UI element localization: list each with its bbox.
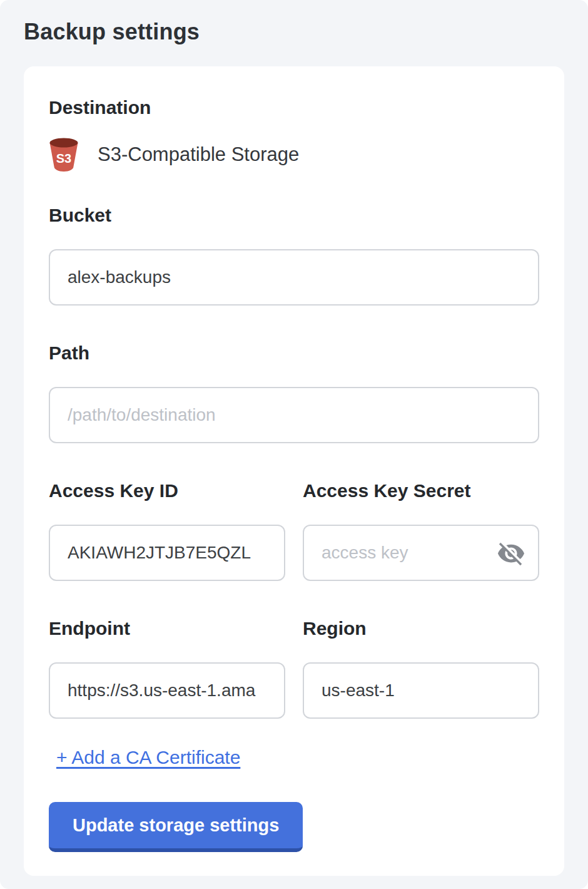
region-label: Region [303,617,539,640]
update-storage-settings-button[interactable]: Update storage settings [49,802,303,852]
s3-bucket-icon: S3 [49,137,79,172]
toggle-secret-visibility-button[interactable] [497,539,525,568]
page-title: Backup settings [24,19,564,45]
backup-settings-page: Backup settings Destination S3 S3-Compat… [0,0,588,889]
destination-row: S3 S3-Compatible Storage [49,136,539,173]
access-key-row: Access Key ID Access Key Secret [49,480,539,617]
settings-card: Destination S3 S3-Compatible Storage Buc… [24,66,564,876]
bucket-input[interactable] [49,249,539,306]
destination-value: S3-Compatible Storage [98,143,299,166]
endpoint-input[interactable] [49,662,285,719]
path-label: Path [49,342,539,364]
path-input[interactable] [49,387,539,443]
endpoint-label: Endpoint [49,617,285,640]
access-key-secret-label: Access Key Secret [303,480,539,502]
access-key-id-input[interactable] [49,525,285,581]
region-input[interactable] [303,662,539,719]
destination-label: Destination [49,96,539,119]
endpoint-region-row: Endpoint Region [49,617,539,755]
access-key-id-label: Access Key ID [49,480,285,502]
bucket-label: Bucket [49,204,539,227]
svg-text:S3: S3 [56,152,71,165]
eye-off-icon [497,560,525,570]
add-ca-certificate-link[interactable]: + Add a CA Certificate [56,747,240,768]
